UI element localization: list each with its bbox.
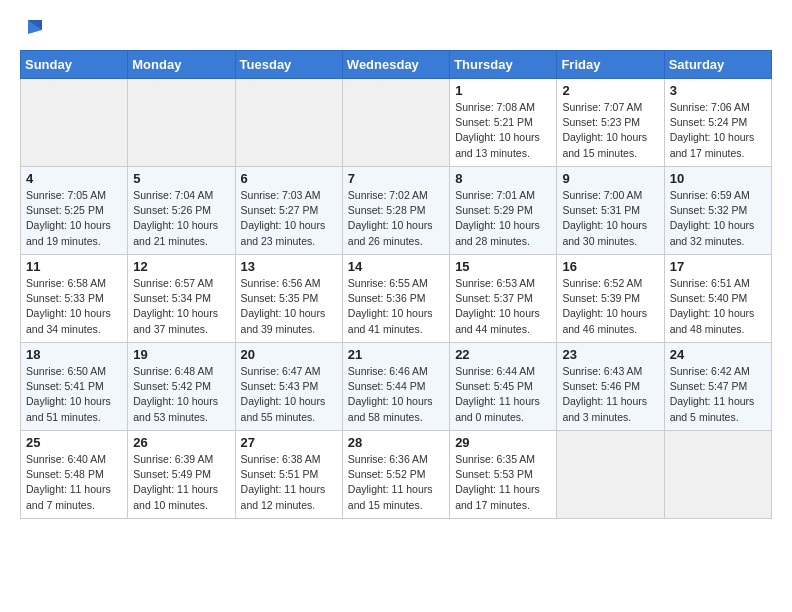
calendar-day-cell: 17Sunrise: 6:51 AM Sunset: 5:40 PM Dayli… [664,255,771,343]
calendar-day-cell: 12Sunrise: 6:57 AM Sunset: 5:34 PM Dayli… [128,255,235,343]
calendar-day-cell: 19Sunrise: 6:48 AM Sunset: 5:42 PM Dayli… [128,343,235,431]
calendar-day-cell: 27Sunrise: 6:38 AM Sunset: 5:51 PM Dayli… [235,431,342,519]
calendar-week-row: 25Sunrise: 6:40 AM Sunset: 5:48 PM Dayli… [21,431,772,519]
day-info: Sunrise: 7:03 AM Sunset: 5:27 PM Dayligh… [241,188,337,249]
day-info: Sunrise: 6:43 AM Sunset: 5:46 PM Dayligh… [562,364,658,425]
calendar-week-row: 1Sunrise: 7:08 AM Sunset: 5:21 PM Daylig… [21,79,772,167]
day-info: Sunrise: 7:04 AM Sunset: 5:26 PM Dayligh… [133,188,229,249]
calendar-day-cell: 10Sunrise: 6:59 AM Sunset: 5:32 PM Dayli… [664,167,771,255]
calendar-day-cell: 14Sunrise: 6:55 AM Sunset: 5:36 PM Dayli… [342,255,449,343]
calendar-day-cell: 4Sunrise: 7:05 AM Sunset: 5:25 PM Daylig… [21,167,128,255]
calendar-day-cell [664,431,771,519]
day-number: 15 [455,259,551,274]
day-number: 9 [562,171,658,186]
header [20,16,772,38]
day-info: Sunrise: 6:47 AM Sunset: 5:43 PM Dayligh… [241,364,337,425]
day-number: 27 [241,435,337,450]
day-info: Sunrise: 6:57 AM Sunset: 5:34 PM Dayligh… [133,276,229,337]
day-number: 21 [348,347,444,362]
day-number: 13 [241,259,337,274]
day-number: 16 [562,259,658,274]
day-info: Sunrise: 6:44 AM Sunset: 5:45 PM Dayligh… [455,364,551,425]
logo [20,16,44,38]
day-number: 28 [348,435,444,450]
calendar-day-cell: 1Sunrise: 7:08 AM Sunset: 5:21 PM Daylig… [450,79,557,167]
day-info: Sunrise: 6:50 AM Sunset: 5:41 PM Dayligh… [26,364,122,425]
day-info: Sunrise: 6:40 AM Sunset: 5:48 PM Dayligh… [26,452,122,513]
day-number: 1 [455,83,551,98]
calendar-day-cell: 16Sunrise: 6:52 AM Sunset: 5:39 PM Dayli… [557,255,664,343]
day-number: 7 [348,171,444,186]
day-number: 26 [133,435,229,450]
calendar-day-cell: 9Sunrise: 7:00 AM Sunset: 5:31 PM Daylig… [557,167,664,255]
day-info: Sunrise: 6:48 AM Sunset: 5:42 PM Dayligh… [133,364,229,425]
day-number: 12 [133,259,229,274]
day-number: 22 [455,347,551,362]
calendar-day-cell: 25Sunrise: 6:40 AM Sunset: 5:48 PM Dayli… [21,431,128,519]
day-info: Sunrise: 7:00 AM Sunset: 5:31 PM Dayligh… [562,188,658,249]
calendar-day-cell [21,79,128,167]
calendar-table: SundayMondayTuesdayWednesdayThursdayFrid… [20,50,772,519]
calendar-week-row: 18Sunrise: 6:50 AM Sunset: 5:41 PM Dayli… [21,343,772,431]
calendar-day-cell [342,79,449,167]
day-of-week-header: Thursday [450,51,557,79]
day-of-week-header: Friday [557,51,664,79]
calendar-day-cell: 24Sunrise: 6:42 AM Sunset: 5:47 PM Dayli… [664,343,771,431]
calendar-day-cell: 15Sunrise: 6:53 AM Sunset: 5:37 PM Dayli… [450,255,557,343]
calendar-header-row: SundayMondayTuesdayWednesdayThursdayFrid… [21,51,772,79]
calendar-day-cell [128,79,235,167]
day-number: 29 [455,435,551,450]
calendar-day-cell: 28Sunrise: 6:36 AM Sunset: 5:52 PM Dayli… [342,431,449,519]
day-number: 14 [348,259,444,274]
day-number: 17 [670,259,766,274]
calendar-day-cell: 8Sunrise: 7:01 AM Sunset: 5:29 PM Daylig… [450,167,557,255]
day-number: 19 [133,347,229,362]
day-number: 23 [562,347,658,362]
day-number: 25 [26,435,122,450]
day-of-week-header: Tuesday [235,51,342,79]
calendar-day-cell: 3Sunrise: 7:06 AM Sunset: 5:24 PM Daylig… [664,79,771,167]
day-info: Sunrise: 6:55 AM Sunset: 5:36 PM Dayligh… [348,276,444,337]
day-info: Sunrise: 7:05 AM Sunset: 5:25 PM Dayligh… [26,188,122,249]
day-info: Sunrise: 6:36 AM Sunset: 5:52 PM Dayligh… [348,452,444,513]
day-of-week-header: Sunday [21,51,128,79]
calendar-day-cell: 29Sunrise: 6:35 AM Sunset: 5:53 PM Dayli… [450,431,557,519]
day-info: Sunrise: 6:58 AM Sunset: 5:33 PM Dayligh… [26,276,122,337]
day-of-week-header: Saturday [664,51,771,79]
day-number: 2 [562,83,658,98]
day-info: Sunrise: 6:52 AM Sunset: 5:39 PM Dayligh… [562,276,658,337]
day-of-week-header: Wednesday [342,51,449,79]
calendar-day-cell: 6Sunrise: 7:03 AM Sunset: 5:27 PM Daylig… [235,167,342,255]
day-info: Sunrise: 7:06 AM Sunset: 5:24 PM Dayligh… [670,100,766,161]
day-number: 10 [670,171,766,186]
day-info: Sunrise: 7:08 AM Sunset: 5:21 PM Dayligh… [455,100,551,161]
day-number: 20 [241,347,337,362]
day-number: 24 [670,347,766,362]
calendar-day-cell: 5Sunrise: 7:04 AM Sunset: 5:26 PM Daylig… [128,167,235,255]
calendar-day-cell [557,431,664,519]
day-number: 8 [455,171,551,186]
calendar-day-cell: 26Sunrise: 6:39 AM Sunset: 5:49 PM Dayli… [128,431,235,519]
calendar-day-cell: 20Sunrise: 6:47 AM Sunset: 5:43 PM Dayli… [235,343,342,431]
day-info: Sunrise: 7:07 AM Sunset: 5:23 PM Dayligh… [562,100,658,161]
calendar-day-cell: 2Sunrise: 7:07 AM Sunset: 5:23 PM Daylig… [557,79,664,167]
day-number: 6 [241,171,337,186]
calendar-week-row: 4Sunrise: 7:05 AM Sunset: 5:25 PM Daylig… [21,167,772,255]
calendar-day-cell [235,79,342,167]
day-info: Sunrise: 6:42 AM Sunset: 5:47 PM Dayligh… [670,364,766,425]
day-number: 5 [133,171,229,186]
day-info: Sunrise: 7:01 AM Sunset: 5:29 PM Dayligh… [455,188,551,249]
day-info: Sunrise: 6:51 AM Sunset: 5:40 PM Dayligh… [670,276,766,337]
day-info: Sunrise: 6:38 AM Sunset: 5:51 PM Dayligh… [241,452,337,513]
day-info: Sunrise: 6:59 AM Sunset: 5:32 PM Dayligh… [670,188,766,249]
calendar-day-cell: 22Sunrise: 6:44 AM Sunset: 5:45 PM Dayli… [450,343,557,431]
day-info: Sunrise: 6:53 AM Sunset: 5:37 PM Dayligh… [455,276,551,337]
calendar-day-cell: 21Sunrise: 6:46 AM Sunset: 5:44 PM Dayli… [342,343,449,431]
day-number: 3 [670,83,766,98]
day-info: Sunrise: 7:02 AM Sunset: 5:28 PM Dayligh… [348,188,444,249]
logo-icon [22,16,44,38]
day-info: Sunrise: 6:39 AM Sunset: 5:49 PM Dayligh… [133,452,229,513]
calendar-week-row: 11Sunrise: 6:58 AM Sunset: 5:33 PM Dayli… [21,255,772,343]
day-info: Sunrise: 6:46 AM Sunset: 5:44 PM Dayligh… [348,364,444,425]
day-of-week-header: Monday [128,51,235,79]
